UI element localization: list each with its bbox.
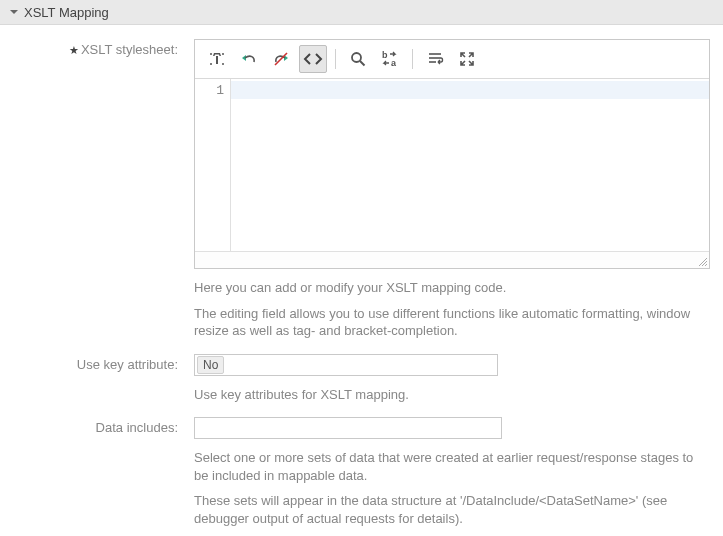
fullscreen-button[interactable] <box>453 45 481 73</box>
help-text: Select one or more sets of data that wer… <box>194 449 710 484</box>
use-key-select[interactable]: No <box>194 354 498 376</box>
toolbar-separator <box>412 49 413 69</box>
svg-point-0 <box>210 53 212 55</box>
svg-point-2 <box>222 63 224 65</box>
collapse-icon <box>8 6 20 18</box>
active-line-highlight <box>231 81 709 99</box>
field-data-includes: Data includes: Select one or more sets o… <box>0 417 723 527</box>
svg-text:b: b <box>382 50 388 60</box>
search-icon <box>349 50 367 68</box>
redo-strike-button[interactable] <box>267 45 295 73</box>
svg-line-14 <box>705 264 707 266</box>
svg-point-1 <box>222 53 224 55</box>
toolbar-separator <box>335 49 336 69</box>
help-text: The editing field allows you to use diff… <box>194 305 710 340</box>
section-header[interactable]: XSLT Mapping <box>0 0 723 25</box>
section-title: XSLT Mapping <box>24 5 109 20</box>
required-star-icon: ★ <box>69 44 79 56</box>
wrap-button[interactable] <box>421 45 449 73</box>
label-text: Data includes: <box>96 420 178 435</box>
editor-toolbar: b a <box>195 40 709 79</box>
gutter-line-number: 1 <box>195 83 224 98</box>
wrap-icon <box>426 50 444 68</box>
code-editor: b a <box>194 39 710 269</box>
help-text: Use key attributes for XSLT mapping. <box>194 386 710 404</box>
editor-resize-bar[interactable] <box>195 251 709 268</box>
format-icon <box>208 50 226 68</box>
code-area[interactable]: 1 <box>195 79 709 251</box>
field-use-key-attribute: Use key attribute: No Use key attributes… <box>0 354 723 404</box>
code-gutter: 1 <box>195 79 231 251</box>
field-xslt-stylesheet: ★XSLT stylesheet: <box>0 39 723 340</box>
search-button[interactable] <box>344 45 372 73</box>
fullscreen-icon <box>458 50 476 68</box>
format-button[interactable] <box>203 45 231 73</box>
help-text: Here you can add or modify your XSLT map… <box>194 279 710 297</box>
redo-strike-icon <box>272 50 290 68</box>
svg-point-3 <box>210 63 212 65</box>
label-text: Use key attribute: <box>77 357 178 372</box>
replace-icon: b a <box>380 50 400 68</box>
label-text: XSLT stylesheet: <box>81 42 178 57</box>
angle-brackets-icon <box>303 52 323 66</box>
undo-button[interactable] <box>235 45 263 73</box>
angle-brackets-button[interactable] <box>299 45 327 73</box>
svg-text:a: a <box>391 58 397 68</box>
select-value-chip: No <box>197 356 224 374</box>
svg-line-6 <box>360 61 365 66</box>
svg-point-5 <box>352 53 361 62</box>
resize-grip-icon <box>697 256 707 266</box>
undo-icon <box>240 50 258 68</box>
code-lines[interactable] <box>231 79 709 251</box>
data-includes-input[interactable] <box>194 417 502 439</box>
help-text: These sets will appear in the data struc… <box>194 492 710 527</box>
replace-button[interactable]: b a <box>376 45 404 73</box>
field-label: ★XSLT stylesheet: <box>0 39 194 57</box>
field-label: Data includes: <box>0 417 194 435</box>
field-label: Use key attribute: <box>0 354 194 372</box>
